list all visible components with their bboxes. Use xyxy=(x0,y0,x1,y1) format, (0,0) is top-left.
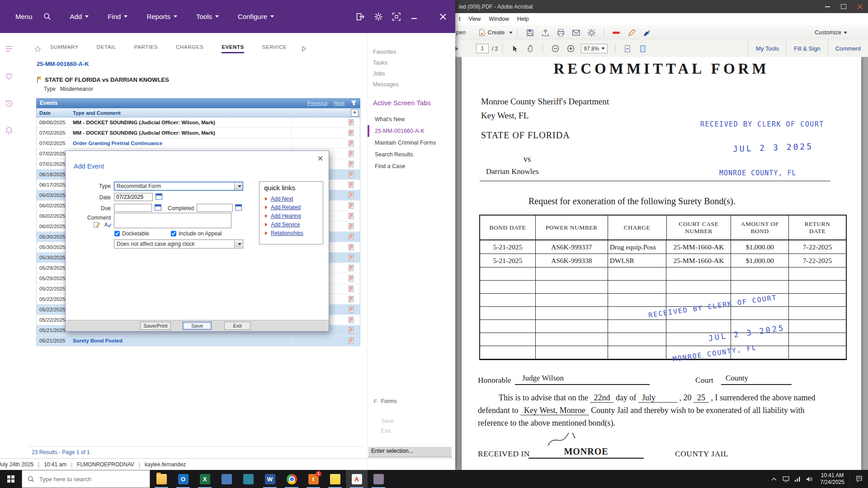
search-input[interactable] xyxy=(38,475,140,483)
history-icon[interactable] xyxy=(5,99,14,108)
zoom-out-icon[interactable] xyxy=(550,43,561,54)
open-button-partial[interactable]: pen xyxy=(455,29,466,36)
save-print-button[interactable]: Save/Print xyxy=(140,322,171,330)
calendar-icon[interactable] xyxy=(156,193,162,200)
event-row[interactable]: 05/21/2025 Surety Bond Posted xyxy=(37,336,360,346)
case-tab[interactable]: CHARGES xyxy=(176,44,203,53)
exit-button[interactable]: Exit xyxy=(224,322,250,330)
menu-item[interactable]: Window xyxy=(485,16,513,22)
selection-input[interactable]: Enter selection... xyxy=(368,447,452,457)
panel-link[interactable]: Tasks xyxy=(368,57,455,68)
customize-button[interactable]: Customize xyxy=(815,29,847,36)
forms-shortcut[interactable]: F Forms xyxy=(374,398,397,404)
chevron-down-icon[interactable] xyxy=(234,240,242,248)
document-icon[interactable] xyxy=(349,192,354,198)
event-row[interactable]: 07/02/2025 Order Granting Pretrial Conti… xyxy=(37,138,360,149)
minimize-icon[interactable] xyxy=(410,13,418,21)
odyssey-icon[interactable]: t 1 xyxy=(302,470,324,488)
zoom-level-select[interactable]: 97.8% xyxy=(581,44,608,53)
acrobat-titlebar[interactable]: led (009).PDF - Adobe Acrobat xyxy=(455,0,868,13)
sign-icon[interactable] xyxy=(642,27,652,38)
document-icon[interactable] xyxy=(349,234,354,240)
zoom-in-icon[interactable] xyxy=(565,43,576,54)
add-row-button[interactable]: + xyxy=(351,109,359,117)
screen-tab[interactable]: Search Results xyxy=(368,149,455,160)
document-icon[interactable] xyxy=(349,119,354,126)
pen-icon[interactable] xyxy=(626,27,637,38)
event-type-select[interactable]: Recommittal Form xyxy=(114,182,243,191)
panel-link[interactable]: Messages xyxy=(368,79,455,90)
sign-out-icon[interactable] xyxy=(356,12,365,21)
highlight-icon[interactable] xyxy=(611,27,622,38)
comment-textarea[interactable] xyxy=(114,213,231,228)
document-icon[interactable] xyxy=(349,223,354,230)
list-icon[interactable] xyxy=(5,45,14,54)
document-icon[interactable] xyxy=(349,213,354,219)
excel-icon[interactable]: X xyxy=(194,470,216,488)
action-center-icon[interactable] xyxy=(849,470,868,488)
menu-item[interactable]: Configure xyxy=(238,13,274,20)
network-icon[interactable] xyxy=(792,470,803,488)
select-tool-icon[interactable] xyxy=(509,43,520,54)
gear-icon[interactable] xyxy=(586,27,597,38)
type-column-header[interactable]: Type and Comment xyxy=(73,110,351,116)
next-page-icon[interactable] xyxy=(455,43,462,54)
menu-item-partial[interactable]: t xyxy=(455,16,464,22)
calendar-icon[interactable] xyxy=(155,204,161,211)
event-row[interactable]: 08/06/2025 MM - DOCKET SOUNDING (Judicia… xyxy=(37,117,360,128)
sticky-notes-icon[interactable] xyxy=(324,470,346,488)
document-icon[interactable] xyxy=(349,244,354,250)
fit-page-icon[interactable] xyxy=(637,43,648,54)
document-icon[interactable] xyxy=(349,130,354,136)
filter-icon[interactable] xyxy=(351,100,357,106)
menu-button[interactable]: Menu xyxy=(15,13,33,20)
favorite-star-icon[interactable] xyxy=(34,46,41,52)
aging-clock-select[interactable]: Does not affect case aging clock xyxy=(114,239,243,249)
upload-icon[interactable] xyxy=(540,27,551,38)
taskbar-clock[interactable]: 10:41 AM 7/24/2025 xyxy=(815,472,849,486)
calendar-icon[interactable] xyxy=(235,204,242,211)
event-description[interactable]: MM - DOCKET SOUNDING (Judicial Officer: … xyxy=(73,120,291,125)
case-number-link[interactable]: 25-MM-001660-A-K xyxy=(37,61,89,67)
page-number-input[interactable]: 1 xyxy=(476,44,489,53)
case-tab[interactable]: SERVICE xyxy=(262,44,287,53)
chrome-icon[interactable] xyxy=(281,470,302,488)
screen-tab[interactable]: 25-MM-001660-A-K xyxy=(368,125,455,137)
desktop-icon[interactable] xyxy=(780,470,792,488)
panel-link[interactable]: Jobs xyxy=(368,68,455,79)
document-icon[interactable] xyxy=(349,275,354,282)
case-tab[interactable]: EVENTS xyxy=(222,44,244,53)
file-explorer-icon[interactable] xyxy=(151,470,172,488)
screen-tab[interactable]: Find a Case xyxy=(368,160,455,172)
fit-width-icon[interactable] xyxy=(622,43,633,54)
quick-link[interactable]: Relationships xyxy=(259,229,323,237)
word-icon[interactable]: W xyxy=(259,470,281,488)
document-icon[interactable] xyxy=(349,317,354,323)
due-date-input[interactable] xyxy=(114,204,152,212)
more-tabs-icon[interactable] xyxy=(301,46,307,52)
panel-link[interactable]: Favorites xyxy=(368,47,455,57)
note-edit-icon[interactable] xyxy=(94,221,100,230)
menu-item[interactable]: Add xyxy=(70,13,89,20)
menu-item[interactable]: Tools xyxy=(196,13,219,20)
next-page-link[interactable]: Next xyxy=(334,100,344,106)
spellcheck-icon[interactable]: A xyxy=(104,221,112,230)
acrobat-icon[interactable]: A xyxy=(346,470,368,488)
document-icon[interactable] xyxy=(349,286,354,292)
document-icon[interactable] xyxy=(349,161,354,167)
heart-icon[interactable] xyxy=(5,72,14,81)
document-area[interactable]: RECOMMITTAL FORM Monroe County Sheriff's… xyxy=(455,57,868,470)
case-tab[interactable]: PARTIES xyxy=(134,44,158,53)
restore-button[interactable] xyxy=(835,0,852,13)
document-icon[interactable] xyxy=(349,254,354,261)
completed-date-input[interactable] xyxy=(197,204,233,212)
outlook-icon[interactable]: O xyxy=(172,470,194,488)
event-description[interactable]: MM - DOCKET SOUNDING (Judicial Officer: … xyxy=(73,130,291,136)
screen-tab[interactable]: What's New xyxy=(368,113,455,125)
blue-app-icon[interactable] xyxy=(216,470,237,488)
document-icon[interactable] xyxy=(349,296,354,302)
close-icon[interactable] xyxy=(439,13,447,21)
document-icon[interactable] xyxy=(349,140,354,146)
event-row[interactable]: 07/02/2025 MM - DOCKET SOUNDING (Judicia… xyxy=(37,128,360,138)
quick-link[interactable]: Add Next xyxy=(259,194,323,203)
